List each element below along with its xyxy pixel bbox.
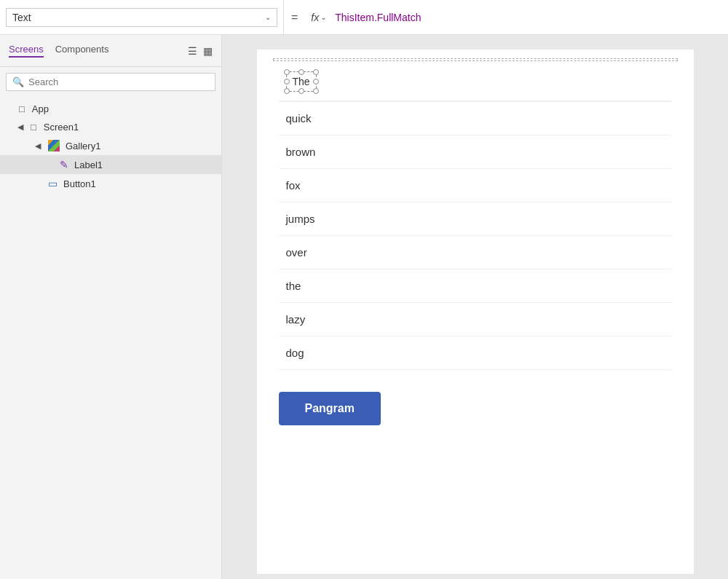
formula-bar: fx ⌄ ThisItem.FullMatch: [305, 12, 728, 23]
handle-bot-right[interactable]: [313, 88, 319, 94]
label-icon: ✎: [60, 159, 68, 170]
fx-icon: fx ⌄: [311, 12, 326, 23]
tree-panel: □ App ◀ □ Screen1 ◀ Gallery1 ✎ Label1: [0, 97, 221, 579]
label-first-text: The: [293, 76, 310, 87]
list-item[interactable]: the: [279, 269, 672, 303]
tree-item-screen1[interactable]: ◀ □ Screen1: [0, 118, 221, 136]
expand-arrow-screen1: ◀: [17, 122, 28, 132]
tree-label-app: App: [32, 103, 49, 114]
search-icon: 🔍: [12, 76, 24, 87]
tree-label-button1: Button1: [63, 178, 96, 189]
chevron-down-icon: ⌄: [265, 13, 271, 21]
equals-sign: =: [284, 11, 305, 24]
property-dropdown[interactable]: Text ⌄: [6, 8, 277, 27]
handle-bot-left[interactable]: [284, 88, 290, 94]
sidebar-tabs: Screens Components ☰ ▦: [0, 35, 221, 67]
search-input[interactable]: [28, 76, 209, 87]
list-item[interactable]: jumps: [279, 202, 672, 236]
top-bar: Text ⌄ = fx ⌄ ThisItem.FullMatch: [0, 0, 728, 35]
tab-components[interactable]: Components: [55, 44, 109, 58]
tree-label-screen1: Screen1: [44, 122, 79, 133]
grid-view-icon[interactable]: ▦: [203, 45, 213, 57]
gallery-list: The: [279, 64, 672, 101]
button-icon: ▭: [48, 178, 58, 189]
gallery-first-item[interactable]: The: [279, 64, 672, 101]
list-item[interactable]: brown: [279, 135, 672, 169]
sidebar: Screens Components ☰ ▦ 🔍 □ App ◀ □: [0, 35, 222, 579]
list-item[interactable]: fox: [279, 169, 672, 202]
tabs-right: ☰ ▦: [188, 45, 213, 57]
tab-screens[interactable]: Screens: [9, 44, 44, 58]
list-view-icon[interactable]: ☰: [188, 45, 197, 57]
list-item[interactable]: quick: [279, 101, 672, 135]
handle-mid-left[interactable]: [284, 79, 290, 84]
tree-item-label1[interactable]: ✎ Label1: [0, 155, 221, 174]
search-box: 🔍: [6, 73, 215, 91]
tree-item-app[interactable]: □ App: [0, 100, 221, 118]
handle-top-mid[interactable]: [298, 69, 304, 75]
tree-item-button1[interactable]: ▭ Button1: [0, 174, 221, 193]
gallery-selection-border: [273, 58, 678, 61]
gallery-icon: [48, 140, 60, 151]
fx-chevron-icon: ⌄: [320, 13, 326, 21]
gallery-rows: quickbrownfoxjumpsoverthelazydog: [279, 101, 672, 370]
tree-label-gallery1: Gallery1: [66, 141, 100, 151]
tree-label-label1: Label1: [74, 159, 103, 170]
list-item[interactable]: lazy: [279, 303, 672, 336]
property-selector: Text ⌄: [0, 0, 284, 34]
handle-bot-mid[interactable]: [298, 88, 304, 94]
pangram-button[interactable]: Pangram: [279, 392, 381, 425]
handle-top-right[interactable]: [313, 69, 319, 75]
canvas: The quickbrownf: [257, 50, 694, 574]
formula-expression[interactable]: ThisItem.FullMatch: [335, 12, 421, 23]
handle-top-left[interactable]: [284, 69, 290, 75]
property-name: Text: [12, 12, 31, 23]
handle-mid-right[interactable]: [313, 79, 319, 84]
app-icon: □: [19, 103, 25, 114]
list-item[interactable]: over: [279, 236, 672, 269]
tree-item-gallery1[interactable]: ◀ Gallery1: [0, 136, 221, 155]
canvas-area: The quickbrownf: [222, 35, 728, 579]
list-item[interactable]: dog: [279, 336, 672, 370]
main-area: Screens Components ☰ ▦ 🔍 □ App ◀ □: [0, 35, 728, 579]
expand-arrow-gallery1: ◀: [35, 141, 45, 151]
screen-icon: □: [31, 122, 36, 133]
gallery-container: The: [279, 64, 672, 101]
label-selected[interactable]: The: [286, 71, 317, 92]
tabs-left: Screens Components: [9, 44, 108, 58]
